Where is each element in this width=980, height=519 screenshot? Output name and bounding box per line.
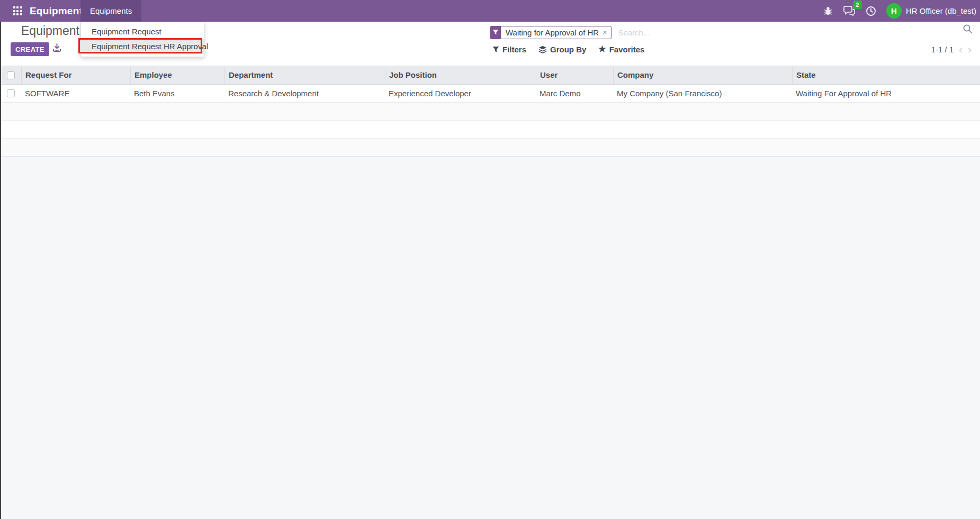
pager-previous-button[interactable]: ‹: [959, 44, 963, 54]
menu-item-equipment-request[interactable]: Equipment Request: [81, 24, 204, 39]
user-name: HR Officer (db_test): [906, 6, 976, 15]
cell-employee[interactable]: Beth Evans: [130, 85, 224, 102]
column-header-department[interactable]: Department: [224, 66, 385, 84]
cell-department[interactable]: Research & Development: [224, 85, 385, 102]
export-button[interactable]: [52, 43, 61, 54]
menu-item-equipment-request-hr-approval[interactable]: Equipment Request HR Approval: [81, 39, 204, 54]
clock-icon: [866, 6, 876, 16]
search-input[interactable]: [618, 28, 946, 37]
pager-next-button[interactable]: ›: [968, 44, 972, 54]
apps-menu-button[interactable]: [7, 0, 28, 22]
empty-row: [0, 121, 980, 139]
user-menu[interactable]: H HR Officer (db_test): [886, 3, 976, 19]
empty-row: [0, 103, 980, 121]
column-header-company[interactable]: Company: [613, 66, 792, 84]
table-header-row: Request For Employee Department Job Posi…: [0, 66, 980, 85]
search-facet: Waiting for Approval of HR ×: [490, 26, 612, 39]
cell-user[interactable]: Marc Demo: [536, 85, 613, 102]
navbar-systray: 2 H HR Officer (db_test): [823, 0, 976, 22]
cell-request-for[interactable]: SOFTWARE: [21, 85, 130, 102]
search-options-bar: Filters Group By ★ Favorites: [492, 42, 644, 56]
cell-state[interactable]: Waiting For Approval of HR: [792, 85, 980, 102]
equipments-dropdown-menu: Equipment Request Equipment Request HR A…: [80, 22, 204, 57]
top-navbar: Equipments Equipments 2: [0, 0, 980, 22]
column-header-request-for[interactable]: Request For: [21, 66, 130, 84]
empty-row: [0, 139, 980, 157]
filter-funnel-icon: [492, 46, 499, 53]
layers-icon: [538, 45, 547, 53]
create-button[interactable]: CREATE: [11, 42, 49, 56]
pager-range: 1-1 / 1: [931, 45, 954, 54]
filters-button[interactable]: Filters: [492, 45, 526, 54]
app-brand-title[interactable]: Equipments: [30, 0, 88, 22]
debug-button[interactable]: [823, 6, 833, 16]
list-view: Request For Employee Department Job Posi…: [0, 66, 980, 157]
row-checkbox[interactable]: [7, 89, 15, 97]
activities-button[interactable]: [866, 6, 876, 16]
filter-funnel-facet-icon: [490, 26, 501, 39]
user-avatar: H: [886, 3, 902, 19]
column-header-user[interactable]: User: [536, 66, 613, 84]
facet-label: Waiting for Approval of HR: [501, 26, 603, 39]
star-icon: ★: [598, 45, 606, 53]
column-header-job-position[interactable]: Job Position: [385, 66, 536, 84]
header-checkbox-cell: [0, 66, 21, 84]
apps-grid-icon: [13, 6, 22, 15]
messages-button[interactable]: 2: [843, 5, 856, 16]
pager: 1-1 / 1 ‹ ›: [931, 42, 972, 56]
messages-count-badge: 2: [853, 1, 862, 9]
search-bar: Waiting for Approval of HR ×: [490, 25, 974, 40]
window-edge-line: [0, 22, 1, 519]
bug-icon: [823, 6, 833, 16]
download-icon: [52, 43, 61, 52]
row-checkbox-cell: [0, 85, 21, 102]
column-header-employee[interactable]: Employee: [130, 66, 224, 84]
menu-equipments-root[interactable]: Equipments: [80, 0, 141, 22]
search-magnifier-icon[interactable]: [963, 24, 973, 37]
favorites-button[interactable]: ★ Favorites: [598, 45, 644, 54]
select-all-checkbox[interactable]: [7, 71, 15, 79]
facet-remove-button[interactable]: ×: [603, 26, 611, 39]
cell-job-position[interactable]: Experienced Developer: [385, 85, 536, 102]
column-header-state[interactable]: State: [792, 66, 980, 84]
table-row[interactable]: SOFTWARE Beth Evans Research & Developme…: [0, 85, 980, 103]
group-by-button[interactable]: Group By: [538, 45, 586, 54]
cell-company[interactable]: My Company (San Francisco): [613, 85, 792, 102]
